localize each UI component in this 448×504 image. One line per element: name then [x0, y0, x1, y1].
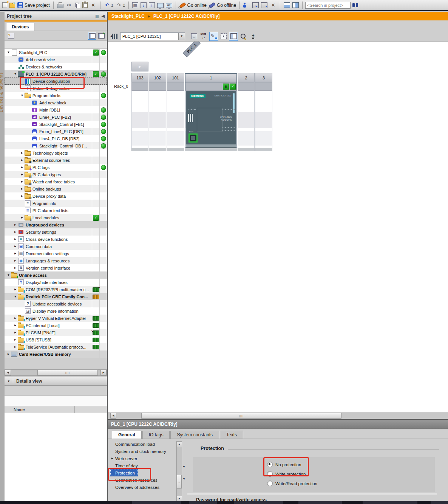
rack-slot-102[interactable]: 102 — [149, 73, 166, 151]
copy-icon[interactable] — [74, 2, 81, 8]
zoom-icon[interactable] — [239, 32, 248, 41]
device-view-canvas[interactable]: PLC_1 ► Rack_0 1031021011▮✓ SIEMENS SIMA… — [108, 42, 448, 412]
tree-item-device-proxy-data[interactable]: ►▥Device proxy data — [5, 192, 107, 200]
properties-nav-connection-resources[interactable]: Connection resources — [110, 476, 176, 484]
show-labels-icon[interactable] — [209, 32, 218, 41]
radio-selected-icon[interactable] — [267, 462, 273, 467]
expander-icon[interactable]: ► — [13, 345, 18, 349]
dropdown-caret-icon[interactable]: ± — [123, 3, 125, 7]
radio-unselected-icon[interactable] — [267, 471, 273, 477]
search-icon[interactable] — [351, 2, 359, 8]
tree-item-stacklight-control-fb1[interactable]: ▰Stacklight_Control [FB1] — [5, 121, 107, 128]
save-project-button[interactable]: Save project — [17, 2, 51, 8]
collapse-panel-icon[interactable]: ◀ — [102, 14, 105, 19]
properties-nav-scrollbar[interactable]: ▲ ≡ ▼ — [176, 441, 182, 502]
download-to-device-icon[interactable]: ↓ — [140, 2, 147, 9]
tree-item-local-modules[interactable]: ►▯Local modules✓ — [5, 214, 107, 221]
expander-icon[interactable]: ► — [20, 194, 25, 198]
tree-item-online-access[interactable]: ▼▮Online access — [5, 271, 107, 279]
tree-item-stacklight-control-db[interactable]: ▄Stacklight_Control_DB [... — [5, 142, 107, 149]
devices-networks-vertical-tab[interactable]: Devices & networks — [0, 72, 3, 112]
expander-icon[interactable]: ► — [20, 158, 25, 162]
slot-body[interactable] — [131, 91, 148, 148]
measure-icon[interactable]: ↔ — [190, 32, 199, 41]
new-project-icon[interactable] — [2, 2, 8, 8]
tree-item-stacklight-plc[interactable]: ▼Stacklight_PLC✓ — [5, 49, 107, 56]
tree-item-cross-device-functions[interactable]: ►✕Cross-device functions — [5, 236, 107, 243]
tree-item-realtek-pcie-gbe-family-con[interactable]: ▼▮Realtek PCIe GBE Family Con... — [5, 293, 107, 300]
search-in-project-input[interactable] — [305, 2, 351, 9]
tree-item-from-line4-plc-db1[interactable]: ▄From_Line4_PLC [DB1] — [5, 128, 107, 135]
grid-snap-icon[interactable] — [219, 32, 228, 41]
expander-icon[interactable]: ► — [13, 288, 18, 291]
breadcrumb-device[interactable]: PLC_1 [CPU 1212C AC/DC/Rly] — [153, 14, 220, 19]
expander-icon[interactable]: ► — [111, 457, 114, 460]
paste-icon[interactable] — [82, 2, 88, 9]
splitter-arrow-icon[interactable]: ◄ — [182, 465, 185, 468]
tree-item-plc-alarm-text-lists[interactable]: ≣PLC alarm text lists — [5, 207, 107, 214]
expander-icon[interactable]: ► — [13, 338, 18, 341]
expander-icon[interactable]: ► — [20, 166, 25, 169]
rack-slot-3[interactable]: 3 — [255, 73, 272, 151]
delete-icon[interactable]: ✕ — [89, 2, 97, 9]
tree-item-plc-tags[interactable]: ►◆PLC tags — [5, 164, 107, 171]
expander-icon[interactable]: ► — [13, 259, 18, 262]
start-simulation-icon[interactable] — [252, 2, 260, 9]
project-tree-hscrollbar[interactable]: ◄ |||| ► — [5, 369, 107, 376]
tree-item-update-accessible-devices[interactable]: ?Update accessible devices — [5, 300, 107, 307]
scroll-thumb[interactable]: |||| — [37, 370, 98, 375]
slot-body[interactable] — [149, 91, 166, 148]
zoom-level-dropdown[interactable]: ± — [249, 32, 258, 41]
tree-item-add-new-block[interactable]: ✶Add new block — [5, 99, 107, 106]
radio-option-write-read-protection[interactable]: Write/Read protection — [267, 481, 317, 486]
tree-item-online-diagnostics[interactable]: ✚Online & diagnostics — [5, 85, 107, 92]
split-horizontal-icon[interactable] — [283, 2, 291, 8]
cpu-module[interactable]: SIEMENS SIMATIC S7-1200 CPU 1212C AC/DC/… — [186, 91, 236, 148]
slot-body[interactable] — [255, 91, 272, 148]
tab-io-tags[interactable]: IO tags — [142, 431, 170, 439]
slot-body[interactable] — [238, 91, 255, 148]
rack-slot-2[interactable]: 2 — [238, 73, 255, 151]
breadcrumb-project[interactable]: Stacklight_PLC — [111, 14, 145, 19]
compile-icon[interactable]: ▦ — [131, 2, 139, 9]
tree-item-ungrouped-devices[interactable]: ►▭Ungrouped devices — [5, 221, 107, 228]
slot-number-label[interactable]: 103 — [131, 73, 148, 82]
tree-item-watch-and-force-tables[interactable]: ►▦Watch and force tables — [5, 178, 107, 185]
tab-system-constants[interactable]: System constants — [170, 431, 219, 439]
details-toggle-icon[interactable] — [88, 32, 96, 40]
rack-slot-103[interactable]: 103 — [131, 73, 148, 151]
tree-item-line4-plc-db-db2[interactable]: ▄Line4_PLC_DB [DB2] — [5, 135, 107, 142]
tree-item-pc-internal-local[interactable]: ►▮PC internal [Local] — [5, 322, 107, 329]
scroll-down-icon[interactable]: ▼ — [177, 496, 182, 501]
tab-devices[interactable]: Devices — [6, 23, 34, 31]
device-overview-icon[interactable] — [229, 32, 238, 41]
cross-reference-icon[interactable]: ✕ — [269, 2, 277, 9]
tree-item-online-backups[interactable]: ►●Online backups — [5, 185, 107, 192]
print-icon[interactable] — [56, 2, 64, 9]
slot-body[interactable] — [167, 91, 184, 148]
slot-body[interactable]: SIEMENS SIMATIC S7-1200 CPU 1212C AC/DC/… — [185, 91, 237, 148]
tree-item-display-more-information[interactable]: ◪Display more information — [5, 307, 107, 315]
open-project-icon[interactable] — [9, 2, 16, 8]
tree-item-main-ob1[interactable]: ▮Main [OB1] — [5, 106, 107, 113]
chevron-down-icon[interactable]: ▼ — [178, 33, 185, 40]
slot-number-label[interactable]: 1 — [185, 73, 237, 82]
scroll-right-icon[interactable]: ► — [100, 370, 107, 375]
slot-number-label[interactable]: 3 — [255, 73, 272, 82]
cut-icon[interactable]: ✂ — [65, 2, 73, 9]
expander-icon[interactable]: ► — [13, 237, 18, 241]
tree-item-display-hide-interfaces[interactable]: YDisplay/hide interfaces — [5, 279, 107, 286]
rack-slot-101[interactable]: 101 — [167, 73, 184, 151]
expander-icon[interactable]: ► — [20, 173, 25, 176]
tree-item-com-rs232-ppi-multi-master-c[interactable]: ►▮COM [RS232/PPI multi-master c...? — [5, 286, 107, 293]
slot-number-label[interactable]: 2 — [238, 73, 255, 82]
tree-item-line4-plc-fb2[interactable]: ▰Line4_PLC [FB2] — [5, 113, 107, 121]
dropdown-caret-icon[interactable]: ± — [111, 3, 113, 7]
tree-item-documentation-settings[interactable]: ►▤Documentation settings — [5, 250, 107, 257]
float-panel-icon[interactable]: ▥ — [95, 14, 99, 19]
tree-item-program-info[interactable]: ≡Program info — [5, 200, 107, 207]
undo-button[interactable]: ↶± — [103, 2, 114, 9]
properties-nav-web-server[interactable]: ►Web server — [110, 455, 176, 462]
device-selector-dropdown[interactable]: PLC_1 [CPU 1212C] ▼ — [120, 33, 185, 40]
rename-icon[interactable] — [199, 32, 209, 41]
